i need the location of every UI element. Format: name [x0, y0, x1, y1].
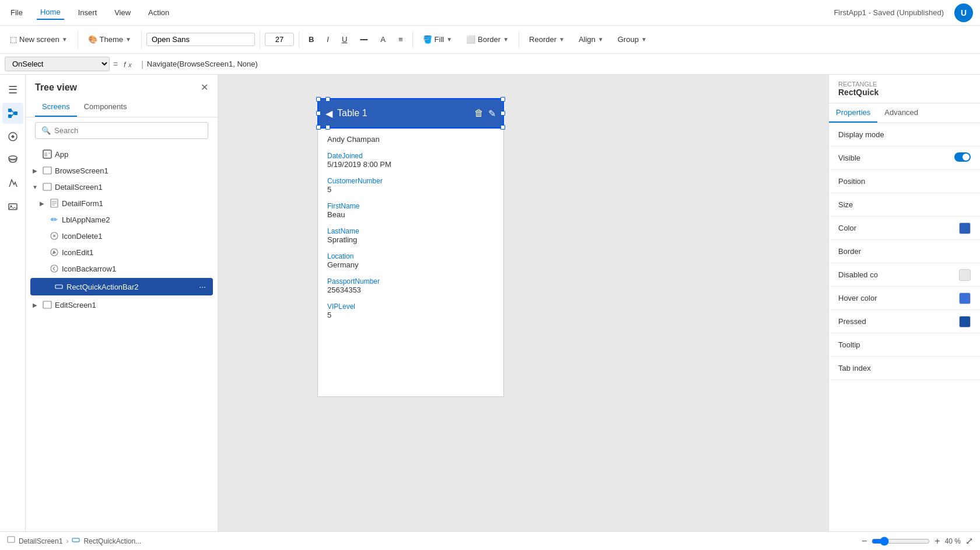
more-options-button[interactable]: ···	[197, 281, 208, 293]
font-size-input[interactable]	[265, 33, 294, 46]
app-title: FirstApp1 - Saved (Unpublished)	[834, 8, 944, 17]
color-swatch[interactable]	[959, 222, 971, 234]
tab-advanced[interactable]: Advanced	[877, 103, 925, 123]
resize-handle-bl[interactable]	[316, 125, 321, 130]
nav-variables-button[interactable]	[2, 173, 23, 194]
underline-button[interactable]: U	[337, 33, 352, 46]
menu-home[interactable]: Home	[37, 5, 64, 20]
font-color-button[interactable]: A	[376, 33, 390, 46]
tree-item-iconback[interactable]: IconBackarrow1	[26, 260, 218, 277]
nav-media-button[interactable]	[2, 196, 23, 217]
zoom-controls: − + 40 % ⤢	[862, 535, 973, 546]
tree-item-detail-label: DetailScreen1	[55, 183, 213, 192]
bold-button[interactable]: B	[304, 33, 318, 46]
search-input[interactable]	[54, 126, 202, 135]
toolbar-separator-4	[299, 32, 299, 48]
table1-delete-icon[interactable]: 🗑	[474, 108, 484, 119]
prop-border: Border	[829, 240, 980, 263]
table1-edit-icon[interactable]: ✎	[488, 108, 496, 119]
resize-handle-tr[interactable]	[501, 97, 505, 102]
breadcrumb-separator: ›	[66, 537, 68, 545]
nav-tree-button[interactable]	[2, 103, 23, 124]
tab-components[interactable]: Components	[77, 98, 134, 117]
new-screen-button[interactable]: ⬚ New screen ▼	[5, 32, 73, 47]
formula-input[interactable]	[147, 60, 975, 68]
tab-screens[interactable]: Screens	[35, 98, 77, 117]
tree-item-iconedit[interactable]: IconEdit1	[26, 244, 218, 260]
strikethrough-button[interactable]: —	[355, 33, 372, 46]
expand-icon	[30, 149, 40, 159]
field-firstname: FirstName Beau	[327, 202, 494, 219]
group-arrow-icon: ▼	[641, 36, 647, 43]
nav-components-button[interactable]	[2, 126, 23, 147]
table1-widget[interactable]: ◀ Table 1 🗑 ✎	[317, 98, 504, 128]
property-select[interactable]: OnSelect	[5, 57, 110, 71]
border-button[interactable]: ⬜ Border ▼	[461, 32, 514, 47]
tree-item-rectquick[interactable]: RectQuickActionBar2 ···	[30, 278, 213, 295]
screen-icon	[42, 182, 52, 192]
tree-view-title: Tree view	[35, 82, 77, 93]
status-component-label[interactable]: RectQuickAction...	[83, 537, 141, 545]
tree-item-detail[interactable]: ▼ DetailScreen1	[26, 179, 218, 195]
resize-handle-mr[interactable]	[501, 111, 505, 116]
new-screen-icon: ⬚	[10, 35, 17, 44]
zoom-in-button[interactable]: +	[935, 536, 940, 546]
tree-item-browse[interactable]: ▶ BrowseScreen1	[26, 162, 218, 179]
tree-close-button[interactable]: ✕	[201, 82, 208, 93]
zoom-out-button[interactable]: −	[862, 536, 867, 546]
tree-item-lblapp-label: LblAppName2	[62, 215, 213, 224]
nav-menu-button[interactable]: ☰	[2, 79, 23, 100]
disabled-color-swatch[interactable]	[959, 269, 971, 281]
expand-icon: ▼	[30, 182, 40, 192]
menu-insert[interactable]: Insert	[75, 6, 101, 19]
hover-color-swatch[interactable]	[959, 293, 971, 304]
canvas-area[interactable]: Andy Champan DateJoined 5/19/2019 8:00 P…	[218, 75, 828, 550]
table1-title: Table 1	[337, 108, 470, 119]
screen-icon-status	[7, 536, 15, 546]
fill-button[interactable]: 🪣 Fill ▼	[418, 32, 458, 47]
tab-properties[interactable]: Properties	[829, 103, 877, 123]
resize-handle-tl[interactable]	[316, 97, 321, 102]
align-button[interactable]: Align ▼	[573, 32, 609, 47]
reorder-button[interactable]: Reorder ▼	[524, 32, 570, 47]
user-icon[interactable]: U	[954, 4, 973, 22]
menu-view[interactable]: View	[111, 6, 134, 19]
svg-text:f: f	[124, 60, 127, 69]
tree-item-app[interactable]: App	[26, 146, 218, 162]
resize-handle-ml[interactable]	[316, 111, 321, 116]
menu-file[interactable]: File	[7, 6, 26, 19]
pressed-color-swatch[interactable]	[959, 316, 971, 328]
menu-action[interactable]: Action	[145, 6, 173, 19]
resize-handle-br[interactable]	[501, 125, 505, 130]
toolbar-separator-3	[260, 32, 260, 48]
tree-item-iconback-label: IconBackarrow1	[62, 264, 213, 273]
tree-item-icondelete[interactable]: IconDelete1	[26, 228, 218, 244]
table1-back-icon[interactable]: ◀	[326, 108, 332, 119]
prop-size: Size	[829, 193, 980, 217]
tree-item-editscreen[interactable]: ▶ EditScreen1	[26, 297, 218, 313]
theme-button[interactable]: 🎨 Theme ▼	[83, 32, 136, 47]
italic-button[interactable]: I	[322, 33, 334, 46]
form-icon	[49, 198, 60, 208]
reorder-arrow-icon: ▼	[559, 36, 565, 43]
theme-arrow-icon: ▼	[125, 36, 131, 43]
svg-text:x: x	[128, 61, 132, 68]
panel-tabs: Properties Advanced	[829, 103, 980, 123]
expand-icon	[37, 248, 47, 257]
nav-data-button[interactable]	[2, 149, 23, 170]
resize-handle-tm[interactable]	[326, 97, 330, 102]
status-screen-label[interactable]: DetailScreen1	[19, 537, 62, 545]
group-button[interactable]: Group ▼	[612, 32, 652, 47]
svg-rect-16	[43, 183, 51, 190]
prop-disabled-color: Disabled co	[829, 263, 980, 287]
panel-type-label: RECTANGLE	[838, 81, 971, 88]
tree-item-detailform[interactable]: ▶ DetailForm1	[26, 195, 218, 211]
tree-item-lblapp[interactable]: ✏ LblAppName2	[26, 211, 218, 228]
font-selector[interactable]	[146, 33, 255, 46]
field-customernumber: CustomerNumber 5	[327, 177, 494, 194]
fullscreen-button[interactable]: ⤢	[965, 535, 973, 546]
resize-handle-bm[interactable]	[326, 125, 330, 130]
zoom-slider[interactable]	[872, 537, 930, 546]
screen-icon	[42, 165, 52, 176]
align-text-button[interactable]: ≡	[394, 33, 408, 46]
